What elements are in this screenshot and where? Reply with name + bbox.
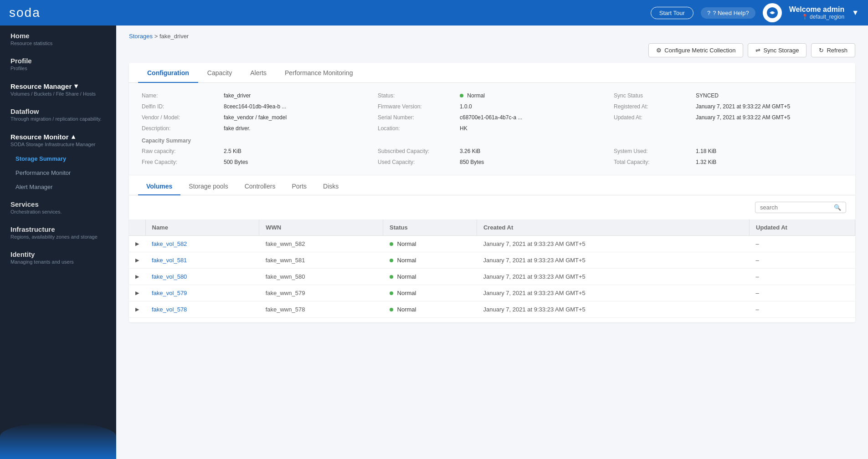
sidebar-rmon-subtitle: SODA Storage Infrastructure Manager — [10, 142, 107, 147]
row-wwn: fake_wwn_579 — [259, 285, 383, 301]
sidebar-home-subtitle: Resource statistics — [10, 41, 107, 46]
volumes-table: Name WWN Status Created At Updated At ▶ … — [129, 219, 855, 318]
row-updated-at: – — [750, 236, 855, 252]
sub-tab-ports[interactable]: Ports — [283, 177, 315, 195]
row-expander[interactable]: ▶ — [129, 269, 145, 285]
subscribed-value: 3.26 KiB — [456, 146, 610, 157]
row-updated-at: – — [750, 269, 855, 285]
sidebar-services-title: Services — [10, 200, 107, 208]
need-help-button[interactable]: ? ? Need Help? — [701, 7, 755, 19]
description-label: Description: — [138, 123, 220, 134]
refresh-icon: ↻ — [819, 47, 824, 54]
breadcrumb-parent[interactable]: Storages — [129, 33, 153, 40]
row-status-dot — [390, 308, 393, 311]
tab-capacity[interactable]: Capacity — [198, 63, 241, 83]
row-updated-at: – — [750, 285, 855, 301]
sub-tab-controllers[interactable]: Controllers — [236, 177, 284, 195]
main-card: Configuration Capacity Alerts Performanc… — [129, 63, 855, 322]
sidebar-rm-title: Resource Manager ▾ — [10, 82, 107, 90]
sidebar-item-profile[interactable]: Profile Profiles — [0, 51, 116, 76]
breadcrumb-current: fake_driver — [159, 33, 189, 40]
row-expander[interactable]: ▶ — [129, 285, 145, 301]
row-status: Normal — [383, 236, 477, 252]
used-capacity-value: 850 Bytes — [456, 157, 610, 168]
rm-chevron-icon: ▾ — [74, 82, 78, 90]
registered-label: Registered At: — [610, 101, 692, 112]
sidebar-identity-subtitle: Managing tenants and users — [10, 259, 107, 265]
sidebar-rmon-title: Resource Monitor ▴ — [10, 133, 107, 141]
total-capacity-label: Total Capacity: — [610, 157, 692, 168]
soda-foundation-logo — [763, 3, 782, 22]
search-input[interactable] — [760, 204, 831, 211]
sidebar-item-storage-summary[interactable]: Storage Summary — [9, 152, 116, 166]
sidebar-item-home[interactable]: Home Resource statistics — [0, 26, 116, 51]
col-wwn: WWN — [259, 219, 383, 236]
sync-storage-button[interactable]: ⇌ Sync Storage — [748, 43, 806, 57]
main-layout: Home Resource statistics Profile Profile… — [0, 26, 868, 459]
description-value: fake driver. — [220, 123, 374, 134]
sub-tab-volumes[interactable]: Volumes — [138, 177, 180, 195]
row-status-dot — [390, 259, 393, 262]
serial-value: c68700e1-061a-4b7c-a ... — [456, 112, 610, 123]
configure-metric-button[interactable]: ⚙ Configure Metric Collection — [648, 43, 743, 57]
row-wwn: fake_wwn_582 — [259, 236, 383, 252]
breadcrumb-separator: > — [154, 33, 158, 40]
user-menu-chevron[interactable]: ▼ — [852, 9, 859, 17]
sidebar: Home Resource statistics Profile Profile… — [0, 26, 116, 459]
used-capacity-label: Used Capacity: — [374, 157, 456, 168]
tab-alerts[interactable]: Alerts — [241, 63, 276, 83]
search-row: 🔍 — [129, 195, 855, 219]
sidebar-item-infrastructure[interactable]: Infrastructure Regions, availability zon… — [0, 219, 116, 244]
volumes-table-wrapper: Name WWN Status Created At Updated At ▶ … — [129, 219, 855, 322]
col-status: Status — [383, 219, 477, 236]
sidebar-sub-resource-monitor: Storage Summary Performance Monitor Aler… — [0, 152, 116, 194]
row-status-dot — [390, 275, 393, 279]
row-name[interactable]: fake_vol_578 — [145, 301, 259, 318]
sidebar-item-performance-monitor[interactable]: Performance Monitor — [9, 166, 116, 180]
tab-performance-monitoring[interactable]: Performance Monitoring — [276, 63, 362, 83]
row-expander[interactable]: ▶ — [129, 301, 145, 318]
updated-value: January 7, 2021 at 9:33:22 AM GMT+5 — [692, 112, 846, 123]
sidebar-item-resource-manager[interactable]: Resource Manager ▾ Volumes / Buckets / F… — [0, 76, 116, 101]
sidebar-item-resource-monitor[interactable]: Resource Monitor ▴ SODA Storage Infrastr… — [0, 126, 116, 152]
status-value: Normal — [456, 90, 610, 101]
sub-tab-storage-pools[interactable]: Storage pools — [180, 177, 236, 195]
sidebar-home-title: Home — [10, 32, 107, 40]
sidebar-item-dataflow[interactable]: Dataflow Through migration / replication… — [0, 101, 116, 126]
row-status: Normal — [383, 301, 477, 318]
start-tour-button[interactable]: Start Tour — [651, 7, 693, 19]
row-wwn: fake_wwn_578 — [259, 301, 383, 318]
configure-icon: ⚙ — [656, 47, 662, 54]
row-expander[interactable]: ▶ — [129, 252, 145, 269]
sync-status-label: Sync Status — [610, 90, 692, 101]
row-created-at: January 7, 2021 at 9:33:23 AM GMT+5 — [477, 269, 749, 285]
row-name[interactable]: fake_vol_579 — [145, 285, 259, 301]
sidebar-rm-subtitle: Volumes / Buckets / File Share / Hosts — [10, 91, 107, 97]
status-label: Status: — [374, 90, 456, 101]
sync-icon: ⇌ — [755, 47, 760, 54]
subscribed-label: Subscribed Capacity: — [374, 146, 456, 157]
firmware-label: Firmware Version: — [374, 101, 456, 112]
sync-status-value: SYNCED — [692, 90, 846, 101]
vendor-label: Vendor / Model: — [138, 112, 220, 123]
row-name[interactable]: fake_vol_580 — [145, 269, 259, 285]
logo: soda — [9, 5, 41, 20]
sidebar-item-identity[interactable]: Identity Managing tenants and users — [0, 244, 116, 269]
sidebar-profile-subtitle: Profiles — [10, 66, 107, 71]
refresh-button[interactable]: ↻ Refresh — [811, 43, 855, 57]
row-status: Normal — [383, 252, 477, 269]
sidebar-item-services[interactable]: Services Orchestration services. — [0, 194, 116, 219]
help-icon: ? — [707, 10, 710, 16]
row-created-at: January 7, 2021 at 9:33:23 AM GMT+5 — [477, 236, 749, 252]
row-expander[interactable]: ▶ — [129, 236, 145, 252]
row-updated-at: – — [750, 252, 855, 269]
row-name[interactable]: fake_vol_581 — [145, 252, 259, 269]
name-label: Name: — [138, 90, 220, 101]
free-capacity-value: 500 Bytes — [220, 157, 374, 168]
sidebar-item-alert-manager[interactable]: Alert Manager — [9, 180, 116, 194]
tab-configuration[interactable]: Configuration — [138, 63, 198, 83]
header: soda Start Tour ? ? Need Help? Welcome a… — [0, 0, 868, 26]
row-name[interactable]: fake_vol_582 — [145, 236, 259, 252]
registered-value: January 7, 2021 at 9:33:22 AM GMT+5 — [692, 101, 846, 112]
sub-tab-disks[interactable]: Disks — [315, 177, 347, 195]
